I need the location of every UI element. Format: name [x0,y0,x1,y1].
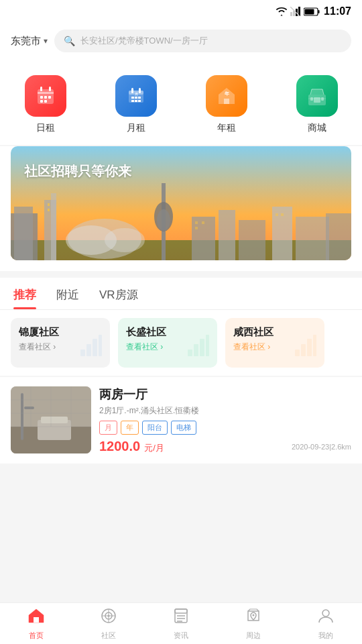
chevron-down-icon: ▾ [44,36,48,46]
category-monthly[interactable]: 月 月租 [115,75,157,134]
svg-rect-21 [131,97,134,99]
svg-rect-19 [131,88,133,93]
svg-rect-76 [41,417,68,423]
svg-rect-52 [48,203,50,206]
chart-icon-1 [186,333,210,362]
tab-nearby[interactable]: 附近 [56,287,79,309]
listing-price-row: 1200.0 元/月 2020-09-23|2.6km [99,439,351,454]
nav-community[interactable]: 社区 [88,603,129,645]
svg-rect-65 [200,339,204,356]
listing-photo [11,386,91,453]
community-card-1[interactable]: 长盛社区 查看社区 › [118,318,217,368]
svg-rect-6 [318,10,320,13]
listing-image [11,386,91,453]
svg-rect-13 [44,96,47,99]
nav-mine[interactable]: 我的 [306,603,346,645]
status-time: 11:07 [324,5,351,17]
svg-rect-70 [313,335,316,356]
categories-section: 日租 月 月租 [0,62,362,145]
svg-rect-61 [93,339,97,356]
svg-rect-24 [131,100,134,102]
tabs-section: 推荐 附近 VR房源 锦厦社区 查看社区 › 长盛社区 [0,278,362,376]
svg-rect-90 [175,609,187,613]
home-icon [27,607,45,629]
banner-section: 社区招聘只等你来 [0,146,362,271]
svg-rect-28 [224,99,229,104]
listing-info: 两房一厅 2房1厅.-m².涌头社区.恒衢楼 月 年 阳台 电梯 1200.0 … [99,386,351,454]
tag-year: 年 [121,421,139,435]
search-bar: 东莞市 ▾ 🔍 长安社区/梵帝楼TOWN/一房一厅 [0,23,362,62]
category-yearly[interactable]: 年 年租 [206,75,247,134]
svg-rect-62 [99,335,102,356]
chart-icon-2 [294,333,318,362]
listing-card[interactable]: 两房一厅 2房1厅.-m².涌头社区.恒衢楼 月 年 阳台 电梯 1200.0 … [11,386,351,454]
search-input-wrap[interactable]: 🔍 长安社区/梵帝楼TOWN/一房一厅 [54,30,351,52]
listing-section: 两房一厅 2房1厅.-m².涌头社区.恒衢楼 月 年 阳台 电梯 1200.0 … [0,377,362,464]
svg-rect-25 [135,100,137,102]
svg-rect-32 [310,97,313,101]
nearby-icon [245,607,262,629]
svg-point-42 [105,228,145,252]
tag-balcony: 阳台 [142,421,168,435]
svg-rect-74 [24,407,34,409]
community-card-0[interactable]: 锦厦社区 查看社区 › [11,318,110,368]
listing-tags: 月 年 阳台 电梯 [99,421,351,435]
city-name: 东莞市 [11,35,41,48]
yearly-icon: 年 [206,75,247,117]
banner-image: 社区招聘只等你来 [11,146,351,260]
city-selector[interactable]: 东莞市 ▾ [11,35,48,48]
community-icon [100,607,117,629]
svg-rect-64 [194,344,198,356]
status-bar: 11:07 [0,0,362,23]
tab-vr[interactable]: VR房源 [99,287,138,309]
nav-home[interactable]: 首页 [16,603,56,645]
wifi-icon [276,7,288,16]
svg-rect-69 [307,339,312,356]
mall-label: 商城 [308,122,326,134]
tab-recommend[interactable]: 推荐 [13,287,36,309]
category-mall[interactable]: 商城 [296,75,338,134]
svg-point-45 [157,209,170,231]
svg-rect-14 [48,96,51,99]
svg-rect-11 [49,87,51,91]
svg-rect-39 [51,193,56,260]
status-icons [276,7,320,16]
svg-rect-22 [135,97,137,99]
listing-price: 1200.0 [99,439,140,454]
svg-rect-10 [40,87,42,91]
svg-rect-20 [139,88,141,93]
svg-rect-16 [44,100,47,103]
search-icon: 🔍 [64,36,75,46]
chart-icon-0 [79,333,103,362]
news-icon [172,607,190,629]
battery-icon [304,7,320,16]
nav-news[interactable]: 资讯 [161,603,201,645]
monthly-icon: 月 [115,75,157,117]
svg-rect-67 [295,350,300,356]
svg-rect-55 [202,221,204,224]
svg-rect-54 [195,221,198,224]
community-card-2[interactable]: 咸西社区 查看社区 › [225,318,324,368]
svg-rect-53 [48,209,50,211]
community-cards-row: 锦厦社区 查看社区 › 长盛社区 查看社区 › [0,310,362,376]
svg-rect-50 [296,217,329,260]
svg-rect-59 [80,350,85,356]
svg-rect-51 [326,213,351,260]
svg-rect-7 [305,9,314,14]
listing-meta: 2020-09-23|2.6km [292,443,351,451]
nav-nearby[interactable]: 周边 [233,603,274,645]
nav-home-label: 首页 [29,631,44,641]
svg-rect-83 [34,617,39,623]
svg-rect-15 [40,100,43,103]
listing-price-unit: 元/月 [144,442,164,454]
svg-text:月: 月 [134,92,137,96]
nav-community-label: 社区 [101,631,116,641]
svg-rect-26 [138,100,141,102]
svg-rect-0 [290,12,292,16]
daily-icon [25,75,66,117]
category-daily[interactable]: 日租 [25,75,66,134]
banner-text: 社区招聘只等你来 [24,162,131,180]
svg-rect-68 [301,344,306,356]
svg-rect-63 [188,350,192,356]
svg-rect-48 [239,220,265,260]
